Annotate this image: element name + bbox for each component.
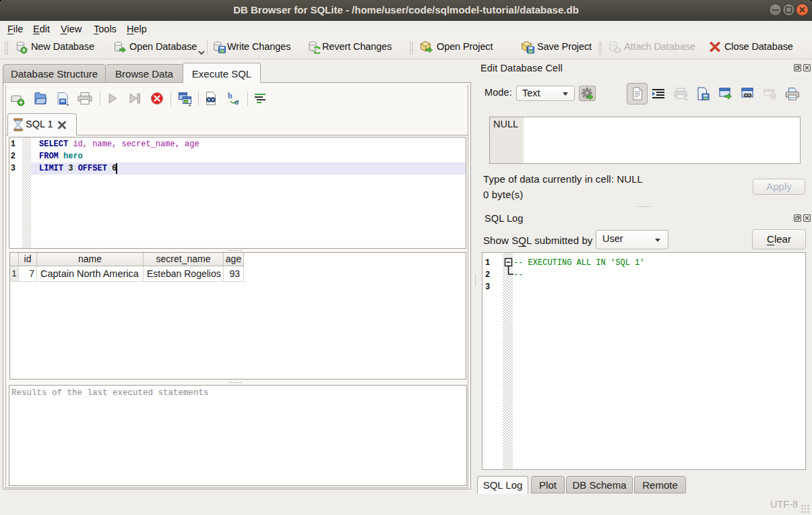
svg-text:b: b bbox=[228, 91, 232, 100]
